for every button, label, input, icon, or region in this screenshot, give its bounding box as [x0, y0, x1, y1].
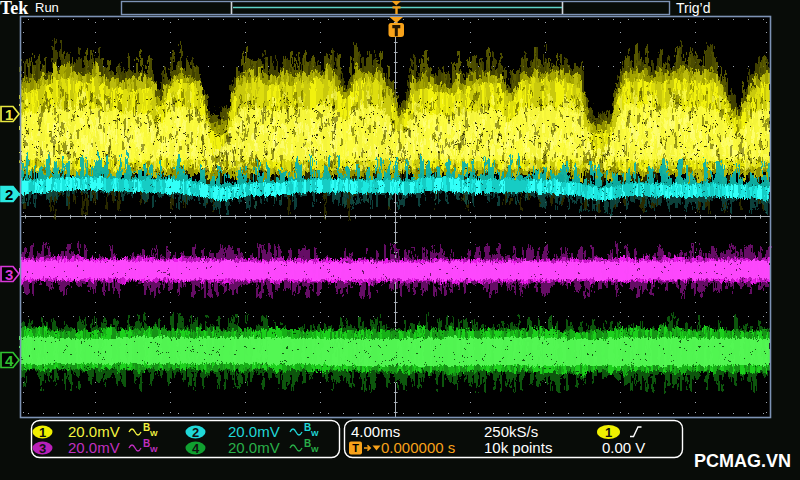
svg-text:20.0mV: 20.0mV: [68, 423, 120, 440]
svg-text:W: W: [150, 429, 158, 438]
svg-text:W: W: [150, 445, 158, 454]
svg-text:0.000000 s: 0.000000 s: [381, 439, 455, 456]
svg-text:250kS/s: 250kS/s: [484, 423, 538, 440]
svg-text:20.0mV: 20.0mV: [68, 439, 120, 456]
svg-text:4.00ms: 4.00ms: [351, 423, 400, 440]
svg-text:2: 2: [192, 425, 199, 440]
svg-text:1: 1: [39, 425, 46, 440]
svg-text:W: W: [311, 429, 319, 438]
svg-text:20.0mV: 20.0mV: [228, 439, 280, 456]
svg-text:T: T: [352, 442, 359, 454]
svg-text:4: 4: [5, 352, 14, 369]
svg-text:4: 4: [192, 441, 200, 456]
svg-text:3: 3: [39, 441, 46, 456]
svg-text:10k points: 10k points: [484, 439, 552, 456]
svg-text:W: W: [311, 445, 319, 454]
svg-text:1: 1: [605, 425, 612, 440]
svg-text:0.00 V: 0.00 V: [602, 439, 645, 456]
svg-text:20.0mV: 20.0mV: [228, 423, 280, 440]
svg-text:2: 2: [5, 186, 13, 203]
svg-text:3: 3: [5, 266, 13, 283]
svg-text:1: 1: [5, 106, 13, 123]
